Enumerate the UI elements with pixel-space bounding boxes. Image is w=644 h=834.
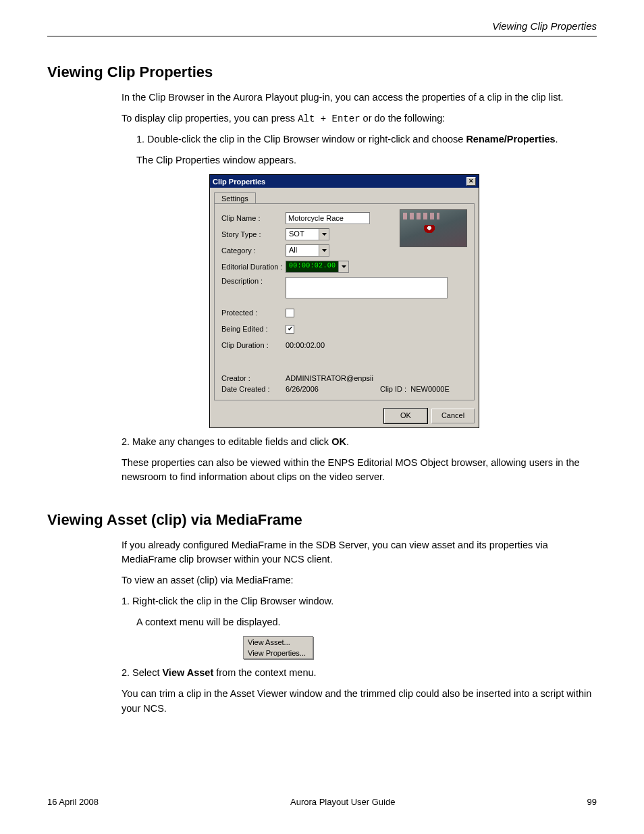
cancel-button[interactable]: Cancel bbox=[431, 409, 475, 423]
step-1-suffix: . bbox=[556, 134, 558, 145]
story-type-dropdown[interactable]: SOT bbox=[286, 228, 329, 240]
dialog-titlebar: Clip Properties ✕ bbox=[210, 175, 479, 188]
para-2: To display clip properties, you can pres… bbox=[122, 111, 597, 126]
tab-settings[interactable]: Settings bbox=[214, 192, 256, 204]
clip-id-value: NEW0000E bbox=[410, 385, 449, 393]
svg-marker-1 bbox=[322, 249, 327, 252]
clip-duration-value: 00:00:02.00 bbox=[286, 341, 325, 349]
label-clip-name: Clip Name : bbox=[221, 214, 286, 222]
para-2-tail: or do the following: bbox=[360, 113, 446, 124]
svg-marker-0 bbox=[322, 233, 327, 236]
label-clip-duration: Clip Duration : bbox=[221, 341, 286, 349]
ok-button[interactable]: OK bbox=[384, 409, 427, 423]
label-creator: Creator : bbox=[221, 374, 286, 382]
close-icon[interactable]: ✕ bbox=[466, 177, 476, 186]
clip-thumbnail bbox=[400, 209, 467, 247]
step-1-bold: Rename/Properties bbox=[466, 134, 555, 145]
header-rule bbox=[47, 36, 597, 36]
section-title-2: Viewing Asset (clip) via MediaFrame bbox=[47, 511, 597, 529]
label-description: Description : bbox=[221, 277, 286, 285]
s2-step-1: 1. Right-click the clip in the Clip Brow… bbox=[122, 594, 597, 608]
label-editorial-duration: Editorial Duration : bbox=[221, 263, 286, 271]
chevron-down-icon[interactable] bbox=[338, 261, 348, 272]
dialog-title: Clip Properties bbox=[213, 178, 265, 186]
menu-item-view-asset[interactable]: View Asset... bbox=[244, 637, 313, 648]
menu-item-view-properties[interactable]: View Properties... bbox=[244, 648, 313, 658]
footer-left: 16 April 2008 bbox=[47, 797, 99, 807]
description-input[interactable] bbox=[286, 277, 448, 298]
step-2-prefix: 2. Make any changes to editable fields a… bbox=[122, 436, 331, 447]
step-2-suffix: . bbox=[346, 436, 349, 447]
para-1: In the Clip Browser in the Aurora Playou… bbox=[122, 90, 597, 105]
page-header-right: Viewing Clip Properties bbox=[47, 20, 597, 32]
story-type-value: SOT bbox=[286, 229, 319, 240]
being-edited-checkbox[interactable]: ✔ bbox=[286, 325, 294, 334]
category-value: All bbox=[286, 245, 319, 256]
dialog-tabstrip: Settings bbox=[210, 188, 479, 203]
label-protected: Protected : bbox=[221, 309, 286, 317]
footer-right: 99 bbox=[587, 797, 597, 807]
dialog-tabpanel: Clip Name : Story Type : SOT Category : … bbox=[214, 203, 475, 400]
step-1-result: The Clip Properties window appears. bbox=[136, 153, 597, 167]
svg-marker-2 bbox=[342, 265, 346, 268]
editorial-duration-dropdown[interactable]: 00:00:02.00 bbox=[286, 261, 349, 273]
editorial-duration-value: 00:00:02.00 bbox=[286, 261, 338, 272]
label-clip-id: Clip ID : NEW0000E bbox=[380, 385, 450, 393]
clip-properties-dialog: Clip Properties ✕ Settings Clip Name : S… bbox=[209, 174, 479, 428]
chevron-down-icon[interactable] bbox=[319, 245, 329, 256]
creator-value: ADMINISTRATOR@enpsii bbox=[286, 374, 373, 382]
category-dropdown[interactable]: All bbox=[286, 244, 329, 257]
step-2: 2. Make any changes to editable fields a… bbox=[122, 435, 597, 449]
s2-footnote: You can trim a clip in the Asset Viewer … bbox=[122, 687, 597, 715]
label-category: Category : bbox=[221, 246, 286, 255]
para-2-lead: To display clip properties, you can pres… bbox=[122, 113, 298, 124]
section-title-1: Viewing Clip Properties bbox=[47, 63, 597, 81]
page-footer: 16 April 2008 Aurora Playout User Guide … bbox=[47, 797, 597, 807]
para-2-key: Alt + Enter bbox=[298, 113, 360, 124]
step-1-prefix: 1. Double-click the clip in the Clip Bro… bbox=[136, 134, 466, 145]
context-menu: View Asset... View Properties... bbox=[243, 636, 313, 659]
step-2-bold: OK bbox=[331, 436, 346, 447]
label-being-edited: Being Edited : bbox=[221, 325, 286, 333]
para-s2-lead: To view an asset (clip) via MediaFrame: bbox=[122, 573, 597, 588]
label-date-created: Date Created : bbox=[221, 385, 286, 393]
step-1: 1. Double-click the clip in the Clip Bro… bbox=[122, 132, 597, 147]
s2-step-2: 2. Select View Asset from the context me… bbox=[122, 666, 597, 680]
date-created-value: 6/26/2006 bbox=[286, 385, 380, 393]
clip-name-input[interactable] bbox=[286, 212, 370, 224]
footer-center: Aurora Playout User Guide bbox=[290, 797, 395, 807]
s2-step-2-bold: View Asset bbox=[162, 667, 213, 678]
s2-step-2-prefix: 2. Select bbox=[122, 667, 162, 678]
chevron-down-icon[interactable] bbox=[319, 229, 329, 240]
protected-checkbox[interactable] bbox=[286, 309, 294, 317]
para-s2-1: If you already configured MediaFrame in … bbox=[122, 538, 597, 567]
dialog-button-row: OK Cancel bbox=[210, 405, 479, 427]
s2-step-2-suffix: from the context menu. bbox=[213, 667, 316, 678]
s2-step-1-result: A context menu will be displayed. bbox=[136, 615, 597, 629]
label-story-type: Story Type : bbox=[221, 230, 286, 238]
para-3: These properties can also be viewed with… bbox=[122, 456, 597, 484]
